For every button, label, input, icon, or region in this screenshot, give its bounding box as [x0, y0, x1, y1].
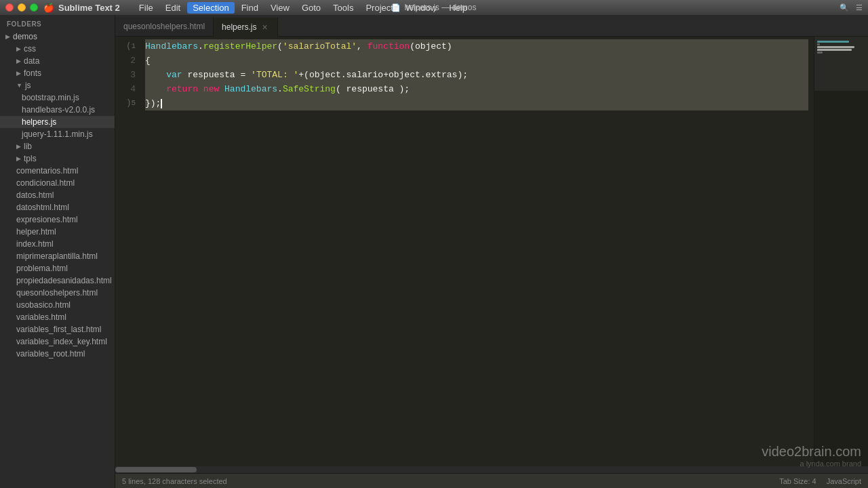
sidebar-file-variables-ik[interactable]: variables_index_key.html — [0, 336, 115, 348]
app-name: Sublime Text 2 — [58, 3, 120, 13]
chevron-down-icon: ▶ — [5, 33, 10, 40]
tab-close-icon[interactable]: × — [260, 22, 269, 33]
chevron-right-icon: ▶ — [16, 58, 21, 64]
menu-goto[interactable]: Goto — [296, 2, 326, 14]
sidebar-folder-data[interactable]: ▶ data — [0, 55, 115, 67]
menu-view[interactable]: View — [265, 2, 295, 14]
maximize-button[interactable] — [30, 3, 38, 12]
sidebar-file-bootstrap[interactable]: bootstrap.min.js — [0, 92, 115, 104]
sidebar-file-helpers[interactable]: helpers.js — [0, 116, 115, 128]
statusbar-left: 5 lines, 128 characters selected — [122, 477, 227, 485]
horizontal-scrollbar[interactable] — [115, 466, 868, 473]
sidebar: FOLDERS ▶ demos ▶ css ▶ data ▶ fonts ▼ j… — [0, 15, 115, 488]
minimap-line — [817, 43, 820, 45]
minimap-line — [817, 49, 852, 51]
sidebar-file-expresiones[interactable]: expresiones.html — [0, 214, 115, 226]
sidebar-folder-lib[interactable]: ▶ lib — [0, 140, 115, 152]
sidebar-file-index[interactable]: index.html — [0, 238, 115, 250]
sidebar-file-problema[interactable]: problema.html — [0, 262, 115, 274]
sidebar-file-condicional[interactable]: condicional.html — [0, 177, 115, 189]
chevron-right-icon: ▶ — [16, 45, 21, 52]
minimap — [814, 37, 868, 466]
menubar: File Edit Selection Find View Goto Tools… — [134, 2, 840, 14]
language-label[interactable]: JavaScript — [827, 477, 861, 485]
file-icon: 📄 — [391, 3, 401, 12]
sidebar-folder-js[interactable]: ▼ js — [0, 79, 115, 92]
menu-file[interactable]: File — [134, 2, 159, 14]
sidebar-folder-css[interactable]: ▶ css — [0, 43, 115, 55]
sidebar-file-jquery[interactable]: jquery-1.11.1.min.js — [0, 128, 115, 140]
menu-selection[interactable]: Selection — [187, 2, 234, 14]
tab-size-label[interactable]: Tab Size: 4 — [779, 477, 816, 485]
scrollbar-thumb[interactable] — [115, 467, 197, 472]
app-icon: 🍎 — [43, 3, 54, 13]
sidebar-file-quesonlos[interactable]: quesonloshelpers.html — [0, 287, 115, 299]
chevron-right-icon: ▶ — [16, 143, 21, 150]
sidebar-file-datos[interactable]: datos.html — [0, 189, 115, 201]
menu-icon[interactable]: ☰ — [856, 3, 863, 12]
editor-container: quesonloshelpers.html helpers.js × (1 2 … — [115, 15, 868, 488]
minimap-viewport — [814, 37, 868, 91]
main-layout: FOLDERS ▶ demos ▶ css ▶ data ▶ fonts ▼ j… — [0, 15, 868, 488]
search-titlebar-icon[interactable]: 🔍 — [840, 3, 849, 12]
tabbar: quesonloshelpers.html helpers.js × — [115, 15, 868, 37]
sidebar-folder-demos[interactable]: ▶ demos — [0, 30, 115, 43]
window-controls — [5, 3, 38, 12]
tab-helpers[interactable]: helpers.js × — [214, 18, 278, 37]
menu-tools[interactable]: Tools — [328, 2, 359, 14]
minimap-line — [817, 41, 849, 43]
titlebar: 🍎 Sublime Text 2 File Edit Selection Fin… — [0, 0, 868, 15]
sidebar-file-datoshtml[interactable]: datoshtml.html — [0, 201, 115, 214]
tab-quesonlos[interactable]: quesonloshelpers.html — [115, 17, 214, 36]
minimize-button[interactable] — [18, 3, 26, 12]
minimap-line — [817, 46, 854, 48]
sidebar-file-helper[interactable]: helper.html — [0, 226, 115, 238]
sidebar-file-variables[interactable]: variables.html — [0, 311, 115, 323]
chevron-right-icon: ▶ — [16, 155, 21, 162]
sidebar-file-handlebars[interactable]: handlebars-v2.0.0.js — [0, 104, 115, 116]
sidebar-file-variables-r[interactable]: variables_root.html — [0, 348, 115, 360]
sidebar-file-usobasico[interactable]: usobasico.html — [0, 299, 115, 311]
menu-find[interactable]: Find — [236, 2, 264, 14]
sidebar-folder-fonts[interactable]: ▶ fonts — [0, 67, 115, 79]
close-button[interactable] — [5, 3, 14, 12]
sidebar-file-miprimera[interactable]: miprimeraplantilla.html — [0, 250, 115, 262]
sidebar-file-variables-fl[interactable]: variables_first_last.html — [0, 323, 115, 336]
chevron-down-icon: ▼ — [16, 82, 22, 89]
menu-edit[interactable]: Edit — [160, 2, 186, 14]
titlebar-right: 🔍 ☰ — [840, 3, 863, 12]
sidebar-file-comentarios[interactable]: comentarios.html — [0, 165, 115, 177]
window-title: 📄 helpers.js — demos — [391, 3, 476, 12]
statusbar-right: Tab Size: 4 JavaScript — [779, 477, 861, 485]
sidebar-file-propiedades[interactable]: propiedadesanidadas.html — [0, 274, 115, 287]
minimap-line — [817, 52, 823, 54]
line-numbers: (1 2 3 4 )5 — [115, 37, 140, 466]
sidebar-folder-tpls[interactable]: ▶ tpls — [0, 152, 115, 165]
selection-info: 5 lines, 128 characters selected — [122, 477, 227, 485]
editor[interactable]: (1 2 3 4 )5 Handlebars.registerHelper('s… — [115, 37, 868, 466]
chevron-right-icon: ▶ — [16, 70, 21, 77]
sidebar-header: FOLDERS — [0, 15, 115, 30]
statusbar: 5 lines, 128 characters selected Tab Siz… — [115, 473, 868, 488]
code-editor[interactable]: Handlebars.registerHelper('salarioTotal'… — [140, 37, 814, 466]
